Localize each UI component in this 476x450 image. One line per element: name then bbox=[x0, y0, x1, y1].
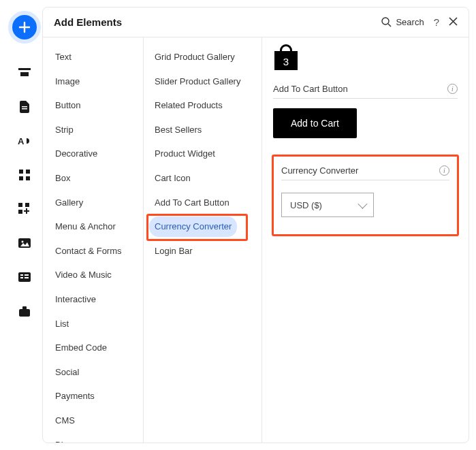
category-item[interactable]: Box bbox=[50, 168, 76, 189]
svg-point-13 bbox=[22, 241, 24, 243]
subitem[interactable]: Related Products bbox=[149, 95, 228, 116]
svg-rect-6 bbox=[26, 170, 30, 174]
svg-rect-9 bbox=[18, 203, 22, 207]
add-to-cart-section-header: Add To Cart Button i bbox=[273, 84, 458, 99]
svg-line-22 bbox=[388, 24, 391, 27]
category-item[interactable]: CMS bbox=[50, 411, 80, 431]
category-item[interactable]: Gallery bbox=[50, 193, 89, 213]
category-item[interactable]: Payments bbox=[50, 386, 100, 406]
svg-point-21 bbox=[382, 18, 389, 25]
svg-rect-10 bbox=[25, 203, 29, 207]
svg-rect-20 bbox=[22, 306, 27, 310]
currency-select[interactable]: USD ($) bbox=[281, 193, 374, 217]
panel-title: Add Elements bbox=[54, 16, 122, 28]
category-item[interactable]: Menu & Anchor bbox=[50, 216, 121, 237]
currency-value: USD ($) bbox=[290, 200, 322, 210]
svg-rect-11 bbox=[18, 210, 22, 214]
section-icon[interactable] bbox=[17, 65, 32, 80]
business-icon[interactable] bbox=[17, 304, 32, 319]
svg-rect-16 bbox=[25, 274, 29, 276]
subitem[interactable]: Slider Product Gallery bbox=[149, 71, 246, 92]
subitem[interactable]: Login Bar bbox=[149, 241, 198, 261]
design-icon[interactable]: A bbox=[17, 133, 32, 148]
subitem[interactable]: Currency Converter bbox=[149, 216, 237, 237]
currency-converter-block: Currency Converter i USD ($) bbox=[273, 156, 458, 235]
close-icon[interactable] bbox=[449, 16, 458, 29]
currency-section-header: Currency Converter i bbox=[281, 165, 449, 180]
category-item[interactable]: Social bbox=[50, 362, 84, 383]
svg-rect-0 bbox=[18, 68, 31, 70]
category-item[interactable]: Embed Code bbox=[50, 338, 112, 358]
subitem[interactable]: Product Widget bbox=[149, 144, 221, 164]
section-label: Add To Cart Button bbox=[273, 84, 348, 94]
category-item[interactable]: Interactive bbox=[50, 289, 101, 310]
category-item[interactable]: List bbox=[50, 314, 74, 334]
apps-icon[interactable] bbox=[17, 167, 32, 182]
category-item[interactable]: Image bbox=[50, 71, 85, 92]
svg-rect-2 bbox=[22, 106, 27, 108]
page-icon[interactable] bbox=[17, 99, 32, 114]
svg-rect-8 bbox=[26, 176, 30, 180]
preview-pane: 3 Add To Cart Button i Add to Cart Curre… bbox=[262, 37, 469, 443]
svg-text:A: A bbox=[18, 136, 25, 146]
chevron-down-icon bbox=[358, 199, 367, 209]
category-list: TextImageButtonStripDecorativeBoxGallery… bbox=[43, 37, 144, 443]
subitem-list: Grid Product GallerySlider Product Galle… bbox=[144, 37, 262, 443]
data-icon[interactable] bbox=[17, 270, 32, 285]
add-to-cart-button[interactable]: Add to Cart bbox=[273, 108, 357, 138]
svg-rect-17 bbox=[20, 277, 23, 278]
svg-rect-19 bbox=[19, 309, 30, 317]
panel-header: Add Elements Search ? bbox=[43, 7, 469, 37]
svg-rect-5 bbox=[19, 170, 23, 174]
shopping-bag-icon[interactable]: 3 bbox=[274, 44, 298, 70]
svg-rect-3 bbox=[22, 108, 27, 110]
help-icon[interactable]: ? bbox=[434, 16, 439, 28]
bag-count: 3 bbox=[274, 56, 298, 67]
category-item[interactable]: Text bbox=[50, 47, 77, 67]
category-item[interactable]: Decorative bbox=[50, 144, 103, 164]
svg-rect-18 bbox=[25, 277, 29, 278]
category-item[interactable]: Video & Music bbox=[50, 265, 117, 285]
svg-rect-1 bbox=[20, 72, 29, 76]
section-label: Currency Converter bbox=[281, 165, 358, 176]
category-item[interactable]: Contact & Forms bbox=[50, 241, 127, 261]
info-icon[interactable]: i bbox=[439, 165, 449, 176]
add-button[interactable] bbox=[12, 15, 37, 39]
category-item[interactable]: Strip bbox=[50, 120, 79, 140]
category-item[interactable]: Blog bbox=[50, 435, 78, 443]
category-item[interactable]: Button bbox=[50, 95, 86, 116]
svg-rect-7 bbox=[19, 176, 23, 180]
plugin-icon[interactable] bbox=[17, 202, 32, 216]
subitem[interactable]: Grid Product Gallery bbox=[149, 47, 240, 67]
subitem[interactable]: Add To Cart Button bbox=[149, 193, 235, 213]
add-elements-panel: Add Elements Search ? TextImageButtonStr… bbox=[42, 7, 469, 443]
tool-rail: A bbox=[7, 7, 42, 443]
subitem[interactable]: Best Sellers bbox=[149, 120, 207, 140]
search-label: Search bbox=[396, 17, 424, 27]
subitem[interactable]: Cart Icon bbox=[149, 168, 196, 189]
info-icon[interactable]: i bbox=[447, 84, 458, 94]
search-button[interactable]: Search bbox=[381, 17, 424, 27]
media-icon[interactable] bbox=[17, 236, 32, 251]
svg-rect-15 bbox=[20, 274, 23, 276]
